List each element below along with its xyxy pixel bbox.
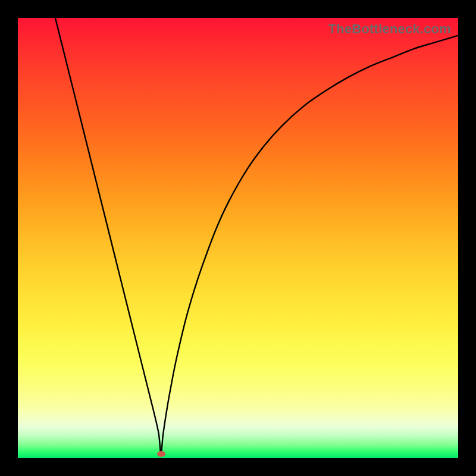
optimum-marker (157, 451, 165, 457)
curve-svg (18, 18, 458, 458)
chart-container: TheBottleneck.com (0, 0, 476, 476)
plot-area: TheBottleneck.com (18, 18, 458, 458)
bottleneck-curve (55, 18, 458, 454)
